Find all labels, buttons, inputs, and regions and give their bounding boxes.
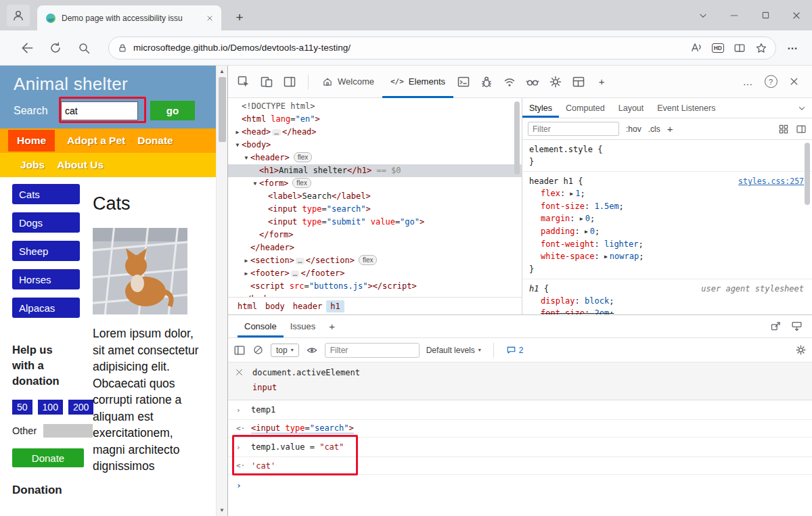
gear-tool-icon[interactable] [545,72,566,92]
devtools-more-icon[interactable]: … [738,72,758,92]
dom-tree-row[interactable]: ▶<footer>…</footer> [228,267,522,280]
nav-home-link[interactable]: Home [8,130,55,151]
breadcrumb-item[interactable]: body [261,300,289,312]
css-declaration[interactable]: flex: ▶1; [529,187,805,200]
tab-elements[interactable]: </> Elements [382,66,453,98]
tab-layout[interactable]: Layout [612,98,651,118]
css-declaration[interactable]: margin: ▶0; [529,212,805,225]
go-button[interactable]: go [150,101,195,120]
toggle-element-state-button[interactable]: :hov [626,124,641,134]
css-declaration[interactable]: display: block; [529,295,805,307]
messages-count[interactable]: 2 [506,345,524,355]
styles-filter-input[interactable] [528,122,619,136]
dom-tree-row[interactable]: <label>Search</label> [228,190,522,203]
scroll-down-icon[interactable]: ▼ [217,507,227,513]
styles-scrollbar-thumb[interactable] [805,143,810,205]
dom-tree-row[interactable]: <script src="buttons.js"></script> [228,280,522,293]
add-drawer-tool-icon[interactable]: + [322,321,342,332]
pop-out-icon[interactable] [770,321,782,332]
inspect-icon[interactable] [233,72,254,92]
maximize-button[interactable] [750,0,781,30]
tab-console[interactable]: Console [238,315,284,337]
dock-drawer-icon[interactable] [791,321,803,332]
scrollbar-thumb[interactable] [219,77,226,142]
favorites-star-icon[interactable] [755,42,767,54]
dom-tree-row[interactable]: ▶<section>…</section>flex [228,254,522,267]
devtools-help-icon[interactable]: ? [761,72,781,92]
back-button[interactable] [18,39,37,57]
dom-tree-row[interactable]: <input type="submit" value="go"> [228,216,522,229]
css-declaration[interactable]: font-weight: lighter; [529,238,805,250]
grid-overlays-icon[interactable] [778,124,789,135]
dom-tree-row[interactable]: <h1>Animal shelter</h1> == $0 [228,164,522,177]
more-tabs-chevron-icon[interactable] [797,103,807,113]
dom-tree-row[interactable]: <!DOCTYPE html> [228,100,522,113]
network-tool-icon[interactable] [499,72,520,92]
css-rule[interactable]: h1 {user agent stylesheetdisplay: block;… [522,279,812,314]
scroll-up-icon[interactable]: ▲ [217,68,227,74]
live-expression-eye-icon[interactable] [306,344,318,356]
minimize-button[interactable] [719,0,750,30]
log-levels-selector[interactable]: Default levels ▾ [426,346,481,355]
element-classes-button[interactable]: .cls [648,124,660,134]
dom-tree-row[interactable]: </body> [228,293,522,297]
css-declaration[interactable]: padding: ▶0; [529,225,805,238]
tab-close-icon[interactable] [204,12,216,24]
search-button[interactable] [74,39,93,57]
breadcrumb-item[interactable]: h1 [326,300,344,312]
dom-tree-row[interactable]: <html lang="en"> [228,113,522,126]
stylesheet-link[interactable]: styles.css:257 [738,175,804,187]
console-sidebar-icon[interactable] [233,344,246,356]
tab-styles[interactable]: Styles [522,98,559,118]
dom-tree-row[interactable]: </form> [228,229,522,241]
add-tools-icon[interactable]: + [591,72,612,92]
dock-side-icon[interactable] [279,72,300,92]
dom-tree-row[interactable]: ▼<form>flex [228,177,522,190]
refresh-button[interactable] [46,39,65,57]
category-alpacas-button[interactable]: Alpacas [12,298,80,318]
dom-scrollbar-thumb[interactable] [514,101,520,174]
dom-tree-row[interactable]: <input type="search"> [228,203,522,216]
tab-issues[interactable]: Issues [284,315,323,337]
amount-100-button[interactable]: 100 [38,400,63,415]
nav-jobs-link[interactable]: Jobs [20,159,45,171]
accessibility-tool-icon[interactable] [522,72,543,92]
layout-panels-icon[interactable] [568,72,589,92]
amount-50-button[interactable]: 50 [12,400,32,415]
amount-200-button[interactable]: 200 [68,400,93,415]
css-rule[interactable]: header h1 {styles.css:257flex: ▶1;font-s… [522,172,812,279]
tab-welcome[interactable]: Welcome [314,66,382,98]
css-declaration[interactable]: font-size: 1.5em; [529,200,805,212]
debugger-tool-icon[interactable] [476,72,497,92]
device-emulation-icon[interactable] [256,72,277,92]
category-cats-button[interactable]: Cats [12,184,80,204]
console-settings-gear-icon[interactable] [795,344,807,356]
dom-tree-row[interactable]: ▶<head>…</head> [228,126,522,139]
dom-tree-row[interactable]: </header> [228,241,522,254]
css-rule[interactable]: element.style {} [522,140,812,172]
donate-button[interactable]: Donate [12,448,84,467]
live-expression-close-icon[interactable] [235,368,252,378]
new-style-rule-icon[interactable]: + [667,123,673,135]
nav-donate-link[interactable]: Donate [137,135,173,147]
computed-sidebar-icon[interactable] [796,124,807,135]
tab-computed[interactable]: Computed [559,98,612,118]
split-screen-icon[interactable] [734,42,746,54]
category-horses-button[interactable]: Horses [12,269,80,289]
dom-tree-row[interactable]: ▼<header>flex [228,151,522,164]
tab-event-listeners[interactable]: Event Listeners [650,98,722,118]
read-aloud-icon[interactable] [690,41,702,54]
tab-search-chevron-icon[interactable] [687,0,719,30]
breadcrumb-item[interactable]: html [233,300,261,312]
profile-button[interactable] [7,5,30,26]
css-declaration[interactable]: font-size: 2em; [529,307,805,314]
breadcrumb-item[interactable]: header [289,300,326,312]
new-tab-button[interactable]: + [230,8,249,27]
dom-tree-row[interactable]: ▼<body> [228,139,522,151]
console-tool-icon[interactable] [453,72,474,92]
browser-menu-icon[interactable]: … [787,40,798,52]
category-dogs-button[interactable]: Dogs [12,212,80,233]
category-sheep-button[interactable]: Sheep [12,241,80,261]
nav-about-link[interactable]: About Us [57,159,104,171]
clear-console-icon[interactable] [252,344,264,356]
